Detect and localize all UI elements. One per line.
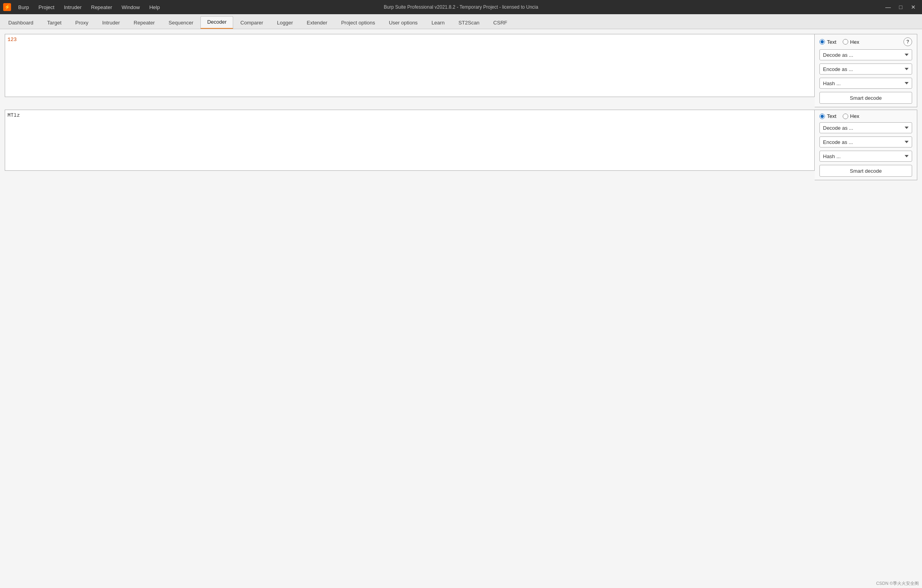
hash-dropdown-row-2: Hash ... — [819, 151, 912, 162]
format-radio-group-2: Text Hex — [819, 113, 912, 119]
hex-radio-input-2[interactable] — [843, 114, 848, 119]
menu-intruder[interactable]: Intruder — [59, 3, 86, 12]
title-bar-left: ⚡ Burp Project Intruder Repeater Window … — [3, 3, 165, 12]
tab-bar: Dashboard Target Proxy Intruder Repeater… — [0, 14, 922, 29]
hash-dropdown-row-1: Hash ... — [819, 78, 912, 89]
controls-panel-2: Text Hex Decode as ... Encode as ... — [815, 110, 917, 180]
tab-repeater[interactable]: Repeater — [127, 17, 161, 29]
input-area-2[interactable]: MTlz — [5, 110, 815, 171]
text-radio-input-1[interactable] — [819, 39, 825, 45]
input-textarea-2[interactable]: MTlz — [7, 112, 813, 169]
close-button[interactable]: ✕ — [908, 3, 919, 11]
tab-csrf[interactable]: CSRF — [486, 17, 514, 29]
tab-decoder[interactable]: Decoder — [200, 16, 233, 29]
text-radio-1[interactable]: Text — [819, 39, 836, 45]
menu-burp[interactable]: Burp — [13, 3, 34, 12]
encode-dropdown-row-1: Encode as ... — [819, 63, 912, 75]
text-radio-input-2[interactable] — [819, 114, 825, 119]
hex-radio-input-1[interactable] — [843, 39, 848, 45]
footer-text: CSDN ©季火火安全阁 — [876, 581, 919, 586]
controls-panel-1: Text Hex ? Decode as ... Encode as ... — [815, 34, 917, 107]
text-radio-label-1: Text — [827, 39, 836, 45]
menu-project[interactable]: Project — [34, 3, 59, 12]
smart-decode-button-1[interactable]: Smart decode — [819, 92, 912, 104]
decode-as-select-1[interactable]: Decode as ... — [819, 49, 912, 60]
input-textarea-1[interactable]: 123 — [7, 36, 813, 95]
window-title: Burp Suite Professional v2021.8.2 - Temp… — [384, 4, 538, 10]
decode-dropdown-row-1: Decode as ... — [819, 49, 912, 60]
title-bar: ⚡ Burp Project Intruder Repeater Window … — [0, 0, 922, 14]
minimize-button[interactable]: — — [883, 3, 894, 11]
menu-window[interactable]: Window — [117, 3, 144, 12]
decoder-section-1: 123 Text Hex ? Decode as ... — [5, 34, 917, 107]
input-area-1[interactable]: 123 — [5, 34, 815, 97]
help-button-1[interactable]: ? — [903, 37, 912, 46]
hex-radio-label-1: Hex — [850, 39, 859, 45]
tab-extender[interactable]: Extender — [300, 17, 334, 29]
tab-target[interactable]: Target — [41, 17, 68, 29]
decode-dropdown-row-2: Decode as ... — [819, 122, 912, 133]
hash-select-1[interactable]: Hash ... — [819, 78, 912, 89]
maximize-button[interactable]: □ — [895, 3, 906, 11]
hex-radio-1[interactable]: Hex — [843, 39, 859, 45]
tab-learn[interactable]: Learn — [425, 17, 451, 29]
tab-project-options[interactable]: Project options — [335, 17, 382, 29]
window-controls: — □ ✕ — [883, 3, 919, 11]
text-radio-2[interactable]: Text — [819, 113, 836, 119]
encode-as-select-1[interactable]: Encode as ... — [819, 63, 912, 75]
menu-help[interactable]: Help — [144, 3, 165, 12]
burp-logo: ⚡ — [3, 3, 11, 11]
format-radio-group-1: Text Hex ? — [819, 37, 912, 46]
tab-st2scan[interactable]: ST2Scan — [452, 17, 486, 29]
menu-repeater[interactable]: Repeater — [86, 3, 117, 12]
menu-bar: Burp Project Intruder Repeater Window He… — [13, 3, 165, 12]
encode-dropdown-row-2: Encode as ... — [819, 136, 912, 147]
app-window: ⚡ Burp Project Intruder Repeater Window … — [0, 0, 922, 588]
hex-radio-2[interactable]: Hex — [843, 113, 859, 119]
tab-sequencer[interactable]: Sequencer — [162, 17, 200, 29]
decode-as-select-2[interactable]: Decode as ... — [819, 122, 912, 133]
tab-user-options[interactable]: User options — [382, 17, 425, 29]
encode-as-select-2[interactable]: Encode as ... — [819, 136, 912, 147]
tab-intruder[interactable]: Intruder — [95, 17, 127, 29]
smart-decode-button-2[interactable]: Smart decode — [819, 165, 912, 177]
hex-radio-label-2: Hex — [850, 113, 859, 119]
tab-logger[interactable]: Logger — [270, 17, 299, 29]
tab-proxy[interactable]: Proxy — [69, 17, 95, 29]
text-radio-label-2: Text — [827, 113, 836, 119]
decoder-section-2: MTlz Text Hex Decode as ... — [5, 110, 917, 180]
hash-select-2[interactable]: Hash ... — [819, 151, 912, 162]
main-content: 123 Text Hex ? Decode as ... — [0, 29, 922, 588]
tab-dashboard[interactable]: Dashboard — [2, 17, 40, 29]
tab-comparer[interactable]: Comparer — [234, 17, 270, 29]
